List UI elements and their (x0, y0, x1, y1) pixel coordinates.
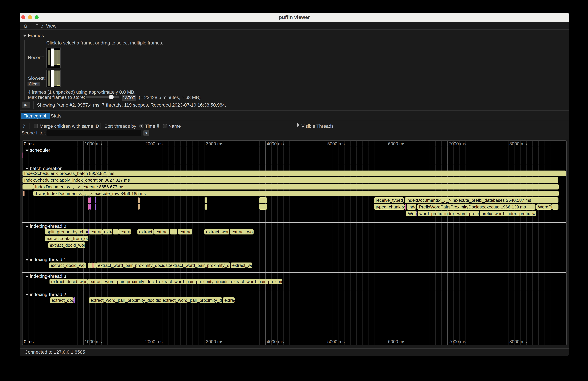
flame-bar[interactable]: receive_typed_ (374, 197, 404, 203)
flame-bar[interactable]: extract_wo (231, 262, 252, 268)
flame-bar[interactable]: Trans (33, 191, 45, 196)
scope-filter-input[interactable] (46, 130, 141, 136)
flame-bar[interactable] (205, 204, 208, 210)
frame-thumbnail-bar[interactable] (54, 70, 57, 86)
flame-bar[interactable] (94, 262, 96, 268)
thread-name[interactable]: indexing-thread:2 (30, 292, 66, 297)
theme-sun-icon[interactable]: ☼ (23, 22, 28, 29)
thread-name[interactable]: indexing-thread:1 (30, 257, 66, 262)
flame-bar[interactable]: split_grenad_by_chun (45, 229, 88, 234)
frames-header[interactable]: Frames (28, 33, 44, 38)
flame-bar[interactable] (552, 204, 558, 210)
sort-direction-arrow-icon[interactable]: ⬇ (156, 124, 160, 129)
flame-bar[interactable] (90, 262, 92, 268)
flame-bar[interactable]: IndexDocuments<_, _>::execute_prefix_dat… (405, 197, 558, 203)
sort-time-radio[interactable] (139, 124, 144, 128)
flame-bar[interactable] (405, 204, 406, 210)
flame-bar[interactable] (95, 197, 96, 203)
merge-children-label[interactable]: Merge children with same ID (40, 124, 99, 129)
frame-thumbnail-bar[interactable] (48, 50, 50, 65)
help-button[interactable]: ? (22, 124, 25, 129)
flame-bar[interactable] (205, 197, 208, 203)
frame-thumbnail-bar[interactable] (48, 70, 50, 86)
flame-bar[interactable]: extract (89, 229, 102, 234)
sort-name-label[interactable]: Name (168, 124, 181, 129)
flame-bar[interactable]: WordPr (536, 204, 552, 210)
max-frames-value[interactable]: 18000 (122, 95, 136, 101)
flame-bar[interactable] (88, 197, 90, 203)
flame-bar[interactable] (113, 229, 119, 234)
flame-bar[interactable] (88, 204, 89, 210)
flame-bar[interactable]: extra (102, 229, 112, 234)
flame-bar[interactable]: IndexDocuments<_, _>::execute 8656.677 m… (33, 184, 559, 190)
flame-bar[interactable] (95, 204, 96, 210)
flame-bar[interactable]: extract_wo (230, 229, 253, 234)
flame-bar[interactable] (74, 297, 75, 303)
max-frames-slider-knob[interactable] (109, 95, 114, 99)
flame-bar[interactable]: extrac (223, 297, 235, 303)
tab-stats[interactable]: Stats (51, 113, 62, 119)
visible-threads-label[interactable]: Visible Threads (301, 124, 334, 129)
flame-bar[interactable]: IndexScheduler>::apply_index_operation 8… (22, 177, 558, 183)
visible-threads-collapse-icon[interactable] (297, 123, 299, 127)
scope-filter-clear-button[interactable]: x (143, 130, 149, 136)
flame-bar[interactable]: word_prefix::index_word_prefix_ (418, 211, 479, 216)
flame-bar[interactable]: index (407, 204, 416, 210)
flame-bar[interactable]: prefix_word::index_prefix_wo (480, 211, 536, 216)
recent-frames-thumbnail[interactable] (46, 47, 61, 68)
flame-bar[interactable] (138, 197, 140, 203)
tab-flamegraph[interactable]: Flamegraph (21, 113, 50, 119)
thread-name[interactable]: scheduler (30, 148, 50, 153)
frame-thumbnail-bar[interactable] (51, 48, 54, 66)
flame-bar[interactable] (88, 229, 89, 234)
merge-children-checkbox[interactable] (34, 124, 38, 128)
flame-bar[interactable]: PrefixWordPairsProximityDocids::execute … (417, 204, 535, 210)
frame-thumbnail-bar[interactable] (54, 50, 57, 65)
slowest-frames-thumbnail[interactable] (46, 70, 61, 87)
flame-bar[interactable]: extract_word_pair_proximity_docids (88, 279, 157, 284)
flame-bar[interactable]: extract_doc (50, 297, 74, 303)
flame-bar[interactable] (92, 262, 94, 268)
menu-view[interactable]: View (46, 22, 56, 29)
flame-bar[interactable]: extract_docid_word (49, 279, 88, 284)
flame-bar[interactable] (170, 229, 177, 234)
frame-thumbnail-bar[interactable] (57, 50, 60, 64)
frame-thumbnail-bar[interactable] (57, 70, 60, 85)
clear-button[interactable]: Clear (27, 82, 40, 86)
flame-bar[interactable] (88, 262, 90, 268)
flame-bar[interactable]: extract_ (154, 229, 169, 234)
thread-collapse-icon[interactable] (25, 226, 28, 228)
flame-bar[interactable]: extract_word_pair_proximity_docids::extr… (96, 262, 230, 268)
flame-bar[interactable]: extract::data_from_ob (45, 236, 88, 241)
flame-bar[interactable]: extract_docid_word (49, 262, 86, 268)
flame-bar[interactable]: typed_chunk::w (374, 204, 405, 210)
sort-name-radio[interactable] (163, 124, 167, 128)
frame-thumbnail-bar[interactable] (51, 70, 54, 87)
flame-bar[interactable] (259, 204, 267, 210)
play-button[interactable]: ▶ (22, 102, 30, 108)
flame-bar[interactable]: extract_word_pair_proximity_docids::extr… (157, 279, 282, 284)
flame-bar[interactable]: IndexScheduler>::process_batch 8953.821 … (22, 170, 566, 176)
thread-name[interactable]: indexing-thread:0 (30, 224, 66, 229)
thread-collapse-icon[interactable] (25, 275, 28, 278)
flame-bar[interactable] (417, 211, 417, 216)
flame-bar[interactable] (22, 152, 23, 158)
frames-collapse-icon[interactable] (23, 35, 26, 37)
flame-bar[interactable] (90, 197, 91, 203)
flame-bar[interactable]: extract_word (204, 229, 229, 234)
thread-collapse-icon[interactable] (25, 168, 28, 170)
thread-collapse-icon[interactable] (25, 294, 28, 296)
flame-bar[interactable]: Word (406, 211, 417, 216)
flame-bar[interactable]: extract_ (137, 229, 153, 234)
thread-name[interactable]: batch-operation (30, 166, 63, 171)
flame-bar[interactable]: extract_word_pair_proximity_docids::extr… (89, 297, 222, 303)
flame-bar[interactable]: extract (178, 229, 192, 234)
menu-file[interactable]: File (35, 22, 43, 29)
sort-time-label[interactable]: Time (145, 124, 155, 129)
flame-bar[interactable]: IndexDocuments<_, _>::execute_raw 8459.1… (45, 191, 559, 196)
flame-bar[interactable]: extrac (119, 229, 131, 234)
flame-bar[interactable] (22, 184, 33, 190)
thread-collapse-icon[interactable] (25, 149, 28, 151)
flame-bar[interactable] (259, 197, 267, 203)
flamegraph-canvas[interactable]: 0 ms0 ms1000 ms1000 ms2000 ms2000 ms3000… (22, 140, 567, 345)
